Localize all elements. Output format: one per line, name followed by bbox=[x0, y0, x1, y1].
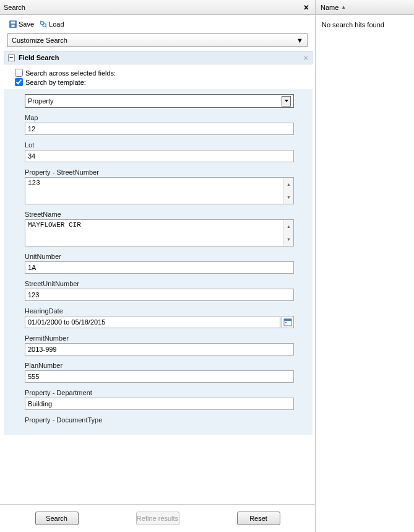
svg-rect-6 bbox=[284, 319, 291, 321]
field-hearing-date: HearingDate bbox=[25, 307, 294, 328]
unit-number-input[interactable] bbox=[25, 261, 294, 274]
close-icon[interactable]: × bbox=[301, 2, 311, 12]
field-label: Property - Department bbox=[25, 389, 294, 396]
street-number-input[interactable] bbox=[25, 178, 283, 204]
customize-search-select[interactable]: Customize Search ▼ bbox=[7, 33, 308, 47]
search-panel: Search × Save Load Customize Search ▼ − … bbox=[0, 0, 316, 532]
customize-row: Customize Search ▼ bbox=[0, 33, 315, 51]
spinner: ▲ ▼ bbox=[283, 178, 293, 204]
field-label: PermitNumber bbox=[25, 334, 294, 342]
field-label: Map bbox=[25, 114, 294, 121]
refine-results-button: Refine results bbox=[136, 512, 179, 525]
field-label: HearingDate bbox=[25, 307, 294, 315]
search-by-template-label: Search by template: bbox=[25, 79, 86, 86]
template-value: Property bbox=[28, 97, 54, 105]
field-street-number: Property - StreetNumber ▲ ▼ bbox=[25, 168, 294, 204]
field-lot: Lot bbox=[25, 141, 294, 162]
button-bar: Search Refine results Reset bbox=[0, 504, 315, 532]
search-across-row: Search across selected fields: bbox=[15, 68, 301, 77]
lot-input[interactable] bbox=[25, 150, 294, 162]
street-name-wrap: ▲ ▼ bbox=[25, 219, 294, 246]
results-column-header[interactable]: Name ▲ bbox=[316, 0, 414, 15]
reset-button[interactable]: Reset bbox=[237, 512, 280, 525]
field-department: Property - Department bbox=[25, 389, 294, 410]
spinner-up-icon[interactable]: ▲ bbox=[284, 220, 293, 233]
chevron-down-icon bbox=[282, 96, 291, 107]
load-label: Load bbox=[49, 20, 64, 28]
field-plan-number: PlanNumber bbox=[25, 362, 294, 383]
field-label: PlanNumber bbox=[25, 362, 294, 369]
sort-asc-icon: ▲ bbox=[341, 4, 346, 10]
no-results-message: No search hits found bbox=[322, 21, 384, 28]
svg-rect-2 bbox=[11, 25, 14, 27]
permit-number-input[interactable] bbox=[25, 343, 294, 355]
plan-number-input[interactable] bbox=[25, 370, 294, 383]
calendar-icon bbox=[283, 318, 292, 326]
date-row bbox=[25, 316, 294, 328]
save-label: Save bbox=[19, 20, 34, 28]
search-button[interactable]: Search bbox=[35, 512, 79, 525]
field-document-type: Property - DocumentType bbox=[25, 416, 294, 424]
customize-search-label: Customize Search bbox=[12, 37, 67, 44]
field-label: Property - StreetNumber bbox=[25, 168, 294, 176]
street-unit-number-input[interactable] bbox=[25, 289, 294, 301]
results-panel: Name ▲ No search hits found bbox=[316, 0, 414, 532]
field-label: Lot bbox=[25, 141, 294, 149]
search-panel-header: Search × bbox=[0, 0, 315, 15]
field-label: StreetUnitNumber bbox=[25, 280, 294, 287]
search-across-checkbox[interactable] bbox=[15, 69, 23, 77]
map-input[interactable] bbox=[25, 123, 294, 135]
results-body: No search hits found bbox=[316, 15, 414, 35]
field-unit-number: UnitNumber bbox=[25, 253, 294, 274]
spinner-down-icon[interactable]: ▼ bbox=[284, 233, 293, 246]
field-label: StreetName bbox=[25, 211, 294, 218]
field-label: UnitNumber bbox=[25, 253, 294, 260]
field-street-unit-number: StreetUnitNumber bbox=[25, 280, 294, 301]
save-icon bbox=[9, 20, 17, 28]
form-body: Property Map Lot Property - StreetNumber… bbox=[4, 89, 313, 435]
search-by-template-checkbox[interactable] bbox=[15, 78, 23, 86]
street-name-input[interactable] bbox=[25, 220, 283, 246]
calendar-button[interactable] bbox=[282, 316, 294, 328]
hearing-date-input[interactable] bbox=[25, 316, 280, 328]
svg-rect-9 bbox=[285, 322, 287, 323]
svg-rect-1 bbox=[11, 22, 15, 24]
spinner-up-icon[interactable]: ▲ bbox=[284, 178, 293, 191]
field-permit-number: PermitNumber bbox=[25, 334, 294, 355]
field-search-title: Field Search bbox=[19, 54, 59, 61]
field-label: Property - DocumentType bbox=[25, 416, 294, 424]
spinner-down-icon[interactable]: ▼ bbox=[284, 191, 293, 204]
template-select[interactable]: Property bbox=[25, 94, 294, 108]
load-button[interactable]: Load bbox=[38, 19, 65, 30]
spinner: ▲ ▼ bbox=[283, 220, 293, 246]
load-icon bbox=[39, 20, 48, 28]
field-search-section-header: − Field Search × bbox=[4, 51, 313, 64]
collapse-icon[interactable]: − bbox=[8, 55, 15, 61]
search-across-label: Search across selected fields: bbox=[25, 69, 116, 77]
checkbox-area: Search across selected fields: Search by… bbox=[4, 64, 313, 89]
chevron-down-icon: ▼ bbox=[296, 37, 303, 44]
field-map: Map bbox=[25, 114, 294, 135]
search-by-template-row: Search by template: bbox=[15, 77, 301, 87]
column-name-label: Name bbox=[321, 4, 339, 11]
department-input[interactable] bbox=[25, 398, 294, 410]
form-scroll-area[interactable]: − Field Search × Search across selected … bbox=[0, 51, 315, 504]
field-street-name: StreetName ▲ ▼ bbox=[25, 211, 294, 246]
section-close-icon[interactable]: × bbox=[303, 53, 308, 63]
street-number-wrap: ▲ ▼ bbox=[25, 177, 294, 204]
toolbar: Save Load bbox=[0, 15, 315, 33]
search-panel-title: Search bbox=[4, 4, 25, 11]
save-button[interactable]: Save bbox=[7, 19, 35, 30]
